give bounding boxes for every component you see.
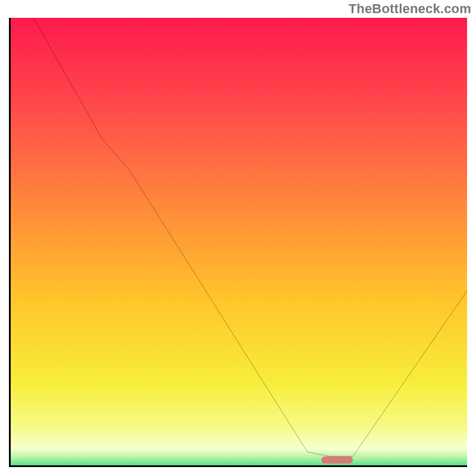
bottleneck-curve-path: [11, 18, 467, 456]
optimal-marker: [321, 456, 353, 464]
watermark-text: TheBottleneck.com: [349, 1, 471, 17]
plot-area: [9, 18, 467, 467]
curve-layer: [11, 18, 467, 465]
chart-stage: TheBottleneck.com: [0, 0, 476, 476]
